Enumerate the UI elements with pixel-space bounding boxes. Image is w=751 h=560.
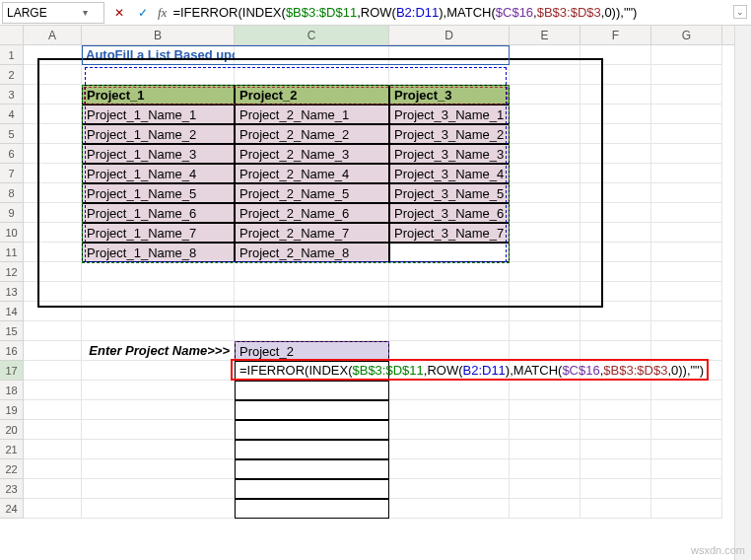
- cell-B11[interactable]: Project_1_Name_8: [82, 243, 235, 262]
- cell-B19[interactable]: [82, 400, 235, 420]
- cell-G2[interactable]: [651, 65, 722, 85]
- cell-A10[interactable]: [24, 223, 82, 243]
- col-header-A[interactable]: A: [24, 26, 82, 44]
- cell-D2[interactable]: [389, 65, 510, 85]
- row-header-6[interactable]: 6: [0, 144, 24, 164]
- cell-F10[interactable]: [580, 223, 651, 243]
- formula-bar-input[interactable]: =IFERROR(INDEX($B$3:$D$11,ROW(B2:D11),MA…: [167, 5, 749, 21]
- col-header-B[interactable]: B: [82, 26, 235, 44]
- row-header-24[interactable]: 24: [0, 499, 24, 519]
- cell-A24[interactable]: [24, 499, 82, 519]
- cell-B22[interactable]: [82, 459, 235, 479]
- row-header-15[interactable]: 15: [0, 321, 24, 341]
- row-header-20[interactable]: 20: [0, 420, 24, 440]
- cell-E16[interactable]: [510, 341, 580, 361]
- cell-E8[interactable]: [510, 183, 580, 203]
- cell-F18[interactable]: [580, 381, 651, 400]
- cell-D9[interactable]: Project_3_Name_6: [389, 203, 510, 223]
- cell-D1[interactable]: [389, 45, 510, 65]
- cell-C13[interactable]: [235, 282, 389, 302]
- cell-D19[interactable]: [389, 400, 510, 420]
- row-header-21[interactable]: 21: [0, 440, 24, 459]
- cell-A7[interactable]: [24, 164, 82, 183]
- cell-A5[interactable]: [24, 124, 82, 144]
- cell-D3[interactable]: Project_3: [389, 85, 510, 105]
- cell-D4[interactable]: Project_3_Name_1: [389, 105, 510, 124]
- cell-G4[interactable]: [651, 105, 722, 124]
- cell-C10[interactable]: Project_2_Name_7: [235, 223, 389, 243]
- cell-C12[interactable]: [235, 262, 389, 282]
- cell-G11[interactable]: [651, 243, 722, 262]
- cell-G13[interactable]: [651, 282, 722, 302]
- cell-D21[interactable]: [389, 440, 510, 459]
- cell-E6[interactable]: [510, 144, 580, 164]
- row-header-8[interactable]: 8: [0, 183, 24, 203]
- cell-B6[interactable]: Project_1_Name_3: [82, 144, 235, 164]
- cell-A2[interactable]: [24, 65, 82, 85]
- cell-G20[interactable]: [651, 420, 722, 440]
- cell-B2[interactable]: [82, 65, 235, 85]
- cell-E3[interactable]: [510, 85, 580, 105]
- cell-E23[interactable]: [510, 479, 580, 499]
- cell-D16[interactable]: [389, 341, 510, 361]
- cell-F14[interactable]: [580, 302, 651, 321]
- cell-E22[interactable]: [510, 459, 580, 479]
- col-header-G[interactable]: G: [651, 26, 722, 44]
- cell-E9[interactable]: [510, 203, 580, 223]
- cell-D11[interactable]: [389, 243, 510, 262]
- cell-F6[interactable]: [580, 144, 651, 164]
- cell-C20[interactable]: [235, 420, 389, 440]
- row-header-5[interactable]: 5: [0, 124, 24, 144]
- cell-C23[interactable]: [235, 479, 389, 499]
- cell-C8[interactable]: Project_2_Name_5: [235, 183, 389, 203]
- cell-E21[interactable]: [510, 440, 580, 459]
- col-header-F[interactable]: F: [580, 26, 651, 44]
- cell-D15[interactable]: [389, 321, 510, 341]
- row-header-23[interactable]: 23: [0, 479, 24, 499]
- cell-G15[interactable]: [651, 321, 722, 341]
- cell-B8[interactable]: Project_1_Name_5: [82, 183, 235, 203]
- col-header-C[interactable]: C: [235, 26, 389, 44]
- cell-F2[interactable]: [580, 65, 651, 85]
- cell-B12[interactable]: [82, 262, 235, 282]
- cell-G5[interactable]: [651, 124, 722, 144]
- cell-B3[interactable]: Project_1: [82, 85, 235, 105]
- cell-A13[interactable]: [24, 282, 82, 302]
- cell-A4[interactable]: [24, 105, 82, 124]
- vertical-scrollbar[interactable]: [734, 26, 751, 560]
- cell-C4[interactable]: Project_2_Name_1: [235, 105, 389, 124]
- cell-D6[interactable]: Project_3_Name_3: [389, 144, 510, 164]
- cell-E5[interactable]: [510, 124, 580, 144]
- cell-C24[interactable]: [235, 499, 389, 519]
- cell-B9[interactable]: Project_1_Name_6: [82, 203, 235, 223]
- cell-A15[interactable]: [24, 321, 82, 341]
- cell-F19[interactable]: [580, 400, 651, 420]
- name-box-dropdown-icon[interactable]: ▾: [78, 7, 92, 18]
- cell-F5[interactable]: [580, 124, 651, 144]
- row-header-13[interactable]: 13: [0, 282, 24, 302]
- cell-F15[interactable]: [580, 321, 651, 341]
- cell-G7[interactable]: [651, 164, 722, 183]
- cell-E1[interactable]: [510, 45, 580, 65]
- cell-B7[interactable]: Project_1_Name_4: [82, 164, 235, 183]
- cell-D8[interactable]: Project_3_Name_5: [389, 183, 510, 203]
- cell-C18[interactable]: [235, 381, 389, 400]
- cell-A16[interactable]: [24, 341, 82, 361]
- cell-G16[interactable]: [651, 341, 722, 361]
- cell-G19[interactable]: [651, 400, 722, 420]
- cell-E7[interactable]: [510, 164, 580, 183]
- cell-G3[interactable]: [651, 85, 722, 105]
- name-box[interactable]: ▾: [2, 2, 104, 24]
- cell-G21[interactable]: [651, 440, 722, 459]
- row-header-12[interactable]: 12: [0, 262, 24, 282]
- cell-C6[interactable]: Project_2_Name_3: [235, 144, 389, 164]
- row-header-2[interactable]: 2: [0, 65, 24, 85]
- cell-C9[interactable]: Project_2_Name_6: [235, 203, 389, 223]
- cell-C19[interactable]: [235, 400, 389, 420]
- cell-D20[interactable]: [389, 420, 510, 440]
- cell-A11[interactable]: [24, 243, 82, 262]
- cell-C14[interactable]: [235, 302, 389, 321]
- row-header-7[interactable]: 7: [0, 164, 24, 183]
- cell-C21[interactable]: [235, 440, 389, 459]
- cell-C2[interactable]: [235, 65, 389, 85]
